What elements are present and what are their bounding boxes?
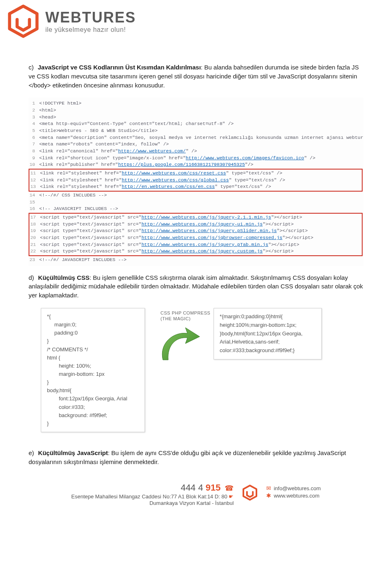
section-d: d)Küçültülmüş CSS: Bu işlem genellikle C… — [29, 273, 363, 300]
section-d-marker: d) — [29, 274, 34, 281]
document-header: WEBTURES ile yükselmeye hazır olun! — [6, 4, 363, 38]
globe-icon: ✱ — [266, 492, 271, 499]
highlight-box-js: 17<script type="text/javascript" src="ht… — [29, 213, 363, 256]
footer-logo-icon — [242, 484, 258, 501]
section-e-marker: e) — [29, 449, 34, 456]
css-compress-figure: *{ margin:0; padding:0 } /* COMMENTS */ … — [41, 308, 363, 432]
code-sample-html-head: 1<!DOCTYPE html> 2<html> 3<head> 4<meta … — [29, 98, 363, 266]
highlight-box-css: 11<link rel="stylesheet" href="http://ww… — [29, 169, 363, 192]
footer-email: ✉ info@webtures.com — [266, 485, 321, 491]
brand-name: WEBTURES — [45, 9, 136, 26]
footer-address-1: Esentepe Mahallesi Milangaz Caddesi No:7… — [71, 493, 234, 500]
brand-tagline: ile yükselmeye hazır olun! — [45, 26, 136, 33]
section-e: e)Küçültülmüş JavaScript: Bu işlem de ay… — [29, 449, 363, 467]
footer-address-2: Dumankaya Vizyon Kartal - İstanbul — [71, 500, 234, 506]
pointer-icon: ☛ — [229, 493, 234, 500]
phone-icon: ☎ — [225, 484, 234, 492]
section-d-title: Küçültülmüş CSS — [38, 274, 89, 281]
document-footer: 444 4 915 ☎ Esentepe Mahallesi Milangaz … — [29, 482, 363, 506]
section-e-title: Küçültülmüş JavaScript — [38, 449, 108, 456]
css-before-box: *{ margin:0; padding:0 } /* COMMENTS */ … — [41, 308, 145, 432]
css-after-box: *{margin:0;padding:0}html{ height:100%;m… — [214, 308, 322, 359]
webtures-logo-icon — [6, 4, 40, 38]
footer-phone: 444 4 915 ☎ — [71, 482, 234, 493]
section-c-marker: c) — [29, 64, 34, 71]
section-c-title: JavaScript ve CSS Kodlarının Üst Kısımda… — [38, 64, 201, 71]
section-c: c)JavaScript ve CSS Kodlarının Üst Kısım… — [29, 63, 363, 89]
curved-arrow-icon — [157, 321, 202, 362]
footer-website: ✱ www.webtures.com — [266, 492, 321, 499]
compress-label: CSS PHP COMPRESS (THE MAGIC) — [160, 310, 210, 322]
mail-icon: ✉ — [266, 485, 271, 491]
